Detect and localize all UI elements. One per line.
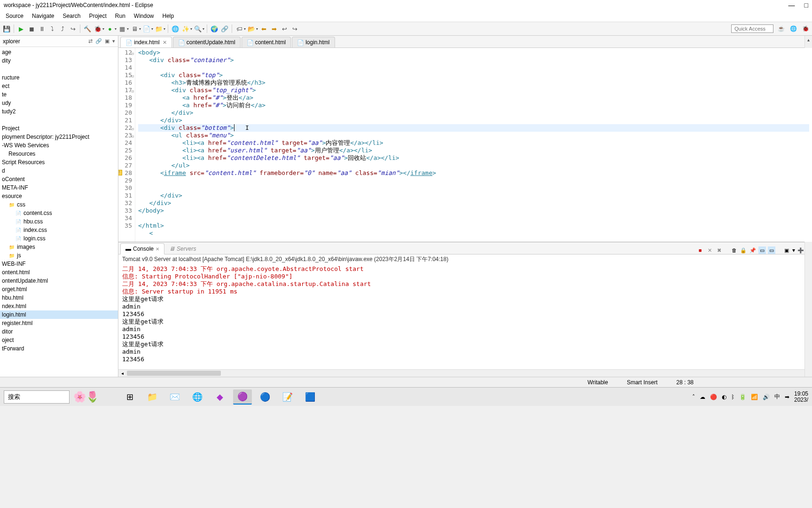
- perspective-jee-icon[interactable]: 🌐: [789, 24, 798, 33]
- tree-item[interactable]: Project: [0, 124, 118, 133]
- chevron-down-icon[interactable]: ▾: [127, 27, 129, 31]
- code-line[interactable]: </div>: [138, 109, 809, 117]
- code-line[interactable]: <li><a href="contentDelete.html" target=…: [138, 154, 809, 162]
- onedrive-icon[interactable]: ☁: [700, 394, 705, 400]
- tree-item[interactable]: oContent: [0, 175, 118, 183]
- menu-run[interactable]: Run: [111, 12, 129, 20]
- battery-icon[interactable]: 🔋: [739, 394, 746, 400]
- notes-icon[interactable]: 📝: [278, 389, 297, 405]
- ime-indicator[interactable]: 中: [774, 393, 780, 401]
- perspective-debug-icon[interactable]: 🐞: [801, 24, 810, 33]
- wifi-icon[interactable]: 📶: [751, 394, 758, 400]
- tree-item[interactable]: orget.html: [0, 285, 118, 294]
- tree-item[interactable]: oject: [0, 336, 118, 344]
- tree-item[interactable]: ditor: [0, 327, 118, 336]
- mail-icon[interactable]: ✉️: [165, 389, 184, 405]
- code-line[interactable]: [138, 214, 809, 222]
- back-icon[interactable]: ⬅: [259, 24, 268, 33]
- code-line[interactable]: </div>: [138, 199, 809, 207]
- menu-icon[interactable]: ▾: [112, 38, 115, 44]
- code-line[interactable]: <a href="#">登出</a>: [138, 94, 809, 102]
- code-line[interactable]: [138, 184, 809, 192]
- tree-item[interactable]: hbu.html: [0, 294, 118, 302]
- code-line[interactable]: <ul class="menu">: [138, 132, 809, 139]
- debug-icon[interactable]: 🐞: [93, 24, 102, 33]
- scroll-left-icon[interactable]: ◂: [118, 370, 126, 377]
- new-icon[interactable]: 📁: [154, 24, 164, 33]
- play-icon[interactable]: ▶: [16, 24, 26, 33]
- globe-icon[interactable]: 🌐: [171, 24, 180, 33]
- code-line[interactable]: </ul>: [138, 162, 809, 169]
- chevron-down-icon[interactable]: ▾: [102, 27, 104, 31]
- code-content[interactable]: <body> <div class="container"> <div clas…: [135, 48, 812, 242]
- tab-index-html[interactable]: 📄 index.html ✕: [120, 37, 172, 48]
- link-icon[interactable]: 🔗: [220, 24, 229, 33]
- chevron-down-icon[interactable]: ▾: [164, 27, 165, 31]
- tree-item[interactable]: 📁images: [0, 243, 118, 251]
- volume-icon[interactable]: 🔊: [763, 394, 770, 400]
- menu-window[interactable]: Window: [130, 12, 158, 20]
- tree-item[interactable]: login.html: [0, 310, 118, 319]
- earth-icon[interactable]: 🌍: [210, 24, 219, 33]
- console-output[interactable]: 二月 14, 2023 7:04:33 下午 org.apache.coyote…: [118, 264, 812, 369]
- menu-search[interactable]: Search: [59, 12, 84, 20]
- code-line[interactable]: </div>: [138, 192, 809, 199]
- display-icon[interactable]: ▭: [758, 246, 766, 254]
- code-line[interactable]: <body>: [138, 49, 809, 56]
- coverage-icon[interactable]: ▦: [117, 24, 127, 33]
- warning-icon[interactable]: !: [118, 170, 122, 175]
- task-view-icon[interactable]: ⊞: [120, 389, 139, 405]
- collapse-icon[interactable]: ⇄: [88, 38, 93, 44]
- run-icon[interactable]: ●: [105, 24, 115, 33]
- code-line[interactable]: <: [138, 230, 809, 237]
- menu-navigate[interactable]: Navigate: [28, 12, 58, 20]
- tree-item[interactable]: ontent.html: [0, 268, 118, 277]
- taskbar-search[interactable]: 搜索: [4, 390, 70, 404]
- nav-icon[interactable]: ↪: [290, 24, 299, 33]
- step-icon[interactable]: ⤵: [47, 24, 57, 33]
- focus-icon[interactable]: ▣: [105, 38, 109, 44]
- chevron-down-icon[interactable]: ▾: [203, 27, 204, 31]
- tree-item[interactable]: WEB-INF: [0, 260, 118, 268]
- chevron-down-icon[interactable]: ▾: [115, 27, 117, 31]
- build-icon[interactable]: 🔨: [83, 24, 92, 33]
- tree-item[interactable]: [0, 116, 118, 124]
- chevron-down-icon[interactable]: ▾: [139, 27, 141, 31]
- minimize-button[interactable]: —: [789, 1, 795, 9]
- close-icon[interactable]: ✕: [156, 246, 159, 252]
- tree-item[interactable]: ployment Descriptor: jy2211Project: [0, 133, 118, 141]
- code-line[interactable]: [138, 64, 809, 71]
- tree-item[interactable]: tForward: [0, 344, 118, 353]
- tree-item[interactable]: register.html: [0, 319, 118, 327]
- code-line[interactable]: <li><a href="content.html" target="aa">内…: [138, 139, 809, 147]
- tab-contentupdate-html[interactable]: 📄 contentUpdate.html: [173, 37, 241, 48]
- tree-item[interactable]: dity: [0, 56, 118, 65]
- edge-icon[interactable]: 🌐: [188, 389, 207, 405]
- tree-item[interactable]: ndex.html: [0, 302, 118, 310]
- tray-icon[interactable]: 🔴: [710, 394, 717, 400]
- code-line[interactable]: </div>: [138, 117, 809, 124]
- step-icon[interactable]: ↪: [68, 24, 78, 33]
- code-line[interactable]: <div class="container">: [138, 56, 809, 64]
- tree-item[interactable]: Script Resources: [0, 158, 118, 167]
- quick-access-input[interactable]: [731, 24, 773, 33]
- tree-item[interactable]: 📄login.css: [0, 234, 118, 243]
- code-line[interactable]: <div class="bottom"> I: [138, 124, 809, 132]
- remove-all-icon[interactable]: ✖: [715, 246, 723, 254]
- stop-icon[interactable]: ◼: [27, 24, 36, 33]
- link-icon[interactable]: 🔗: [95, 38, 102, 44]
- horizontal-scrollbar[interactable]: ◂: [118, 369, 812, 377]
- display-icon[interactable]: ▭: [768, 246, 775, 254]
- chevron-down-icon[interactable]: ▾: [190, 27, 192, 31]
- tree-item[interactable]: esource: [0, 192, 118, 200]
- perspective-java-icon[interactable]: ☕: [776, 24, 786, 33]
- chevron-down-icon[interactable]: ▾: [151, 27, 153, 31]
- widget-icon[interactable]: 🌸🌷: [73, 391, 99, 403]
- code-editor[interactable]: 12⊟131415⊟1617⊟1819202122⊟23⊟24252627!28…: [118, 48, 812, 242]
- forward-icon[interactable]: ➡: [269, 24, 279, 33]
- code-line[interactable]: <a href="#">访问前台</a>: [138, 102, 809, 109]
- bluetooth-icon[interactable]: ᛒ: [731, 394, 734, 400]
- file-explorer-icon[interactable]: 📁: [143, 389, 162, 405]
- tree-item[interactable]: udy: [0, 99, 118, 107]
- chevron-down-icon[interactable]: ▾: [244, 27, 246, 31]
